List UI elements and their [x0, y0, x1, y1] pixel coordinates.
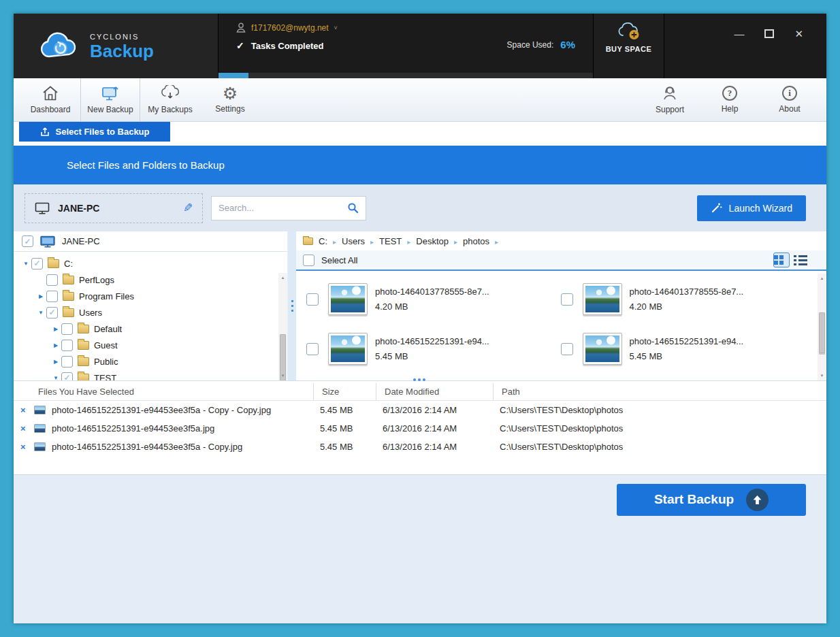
checkbox-annotation — [304, 341, 321, 357]
splitter-handle-icon[interactable] — [413, 378, 416, 381]
tree-item[interactable]: Public — [14, 353, 287, 370]
tree-checkbox[interactable] — [46, 274, 58, 286]
panel-splitter[interactable] — [287, 231, 296, 380]
remove-file-button[interactable]: × — [20, 405, 34, 415]
start-backup-button[interactable]: Start Backup — [617, 484, 806, 516]
expand-arrow-icon[interactable] — [50, 342, 61, 348]
folder-tree-panel: ✓ JANE-PC C: — [14, 231, 287, 380]
file-checkbox[interactable] — [306, 293, 319, 306]
account-menu[interactable]: f1717602@nwytg.net ˅ — [236, 22, 577, 33]
tree-checkbox[interactable] — [61, 340, 73, 351]
tree-root-label: JANE-PC — [62, 236, 100, 246]
breadcrumb-item[interactable]: C: — [319, 236, 342, 246]
list-view-button[interactable] — [794, 254, 807, 266]
root-checkbox[interactable]: ✓ — [22, 235, 33, 247]
breadcrumb-item[interactable]: Users — [342, 236, 379, 246]
nav-settings[interactable]: ⚙ Settings — [200, 78, 260, 121]
tree-item[interactable]: C: — [14, 255, 287, 272]
edit-name-icon[interactable]: ✎ — [183, 201, 193, 215]
file-item[interactable]: photo-1465152251391-e94... 5.45 MB — [302, 324, 556, 374]
tree-item[interactable]: TEST — [14, 370, 287, 380]
tree-item[interactable]: PerfLogs — [14, 272, 287, 288]
expand-arrow-icon[interactable] — [35, 310, 46, 316]
close-button[interactable]: ✕ — [794, 29, 803, 39]
file-item[interactable]: photo-1465152251391-e94... 5.45 MB — [556, 374, 811, 380]
space-progress-bar — [219, 73, 593, 78]
file-item[interactable]: photo-1465152251391-e94... 5.45 MB — [302, 374, 556, 380]
select-all-label: Select All — [321, 255, 357, 265]
tree-item[interactable]: Users — [14, 304, 287, 321]
tree-checkbox[interactable] — [61, 372, 73, 380]
nav-help[interactable]: ? Help — [700, 78, 760, 121]
file-checkbox[interactable] — [561, 293, 573, 306]
home-icon — [42, 85, 59, 101]
search-icon[interactable] — [347, 202, 359, 214]
scroll-up-icon[interactable]: ▲ — [278, 273, 287, 282]
column-date-modified[interactable]: Date Modified — [376, 383, 493, 400]
tree-checkbox[interactable] — [61, 356, 73, 368]
file-item[interactable]: photo-1464013778555-8e7... 4.20 MB — [556, 274, 811, 324]
select-all-checkbox[interactable] — [303, 255, 314, 266]
app-header: CYCLONIS Backup f1717602@nwytg.net ˅ ✓ T… — [14, 14, 826, 78]
cloud-download-icon — [161, 85, 180, 101]
expand-arrow-icon[interactable] — [50, 375, 61, 380]
select-all-row: Select All — [296, 250, 826, 271]
tree-checkbox[interactable] — [46, 307, 58, 318]
scroll-thumb[interactable] — [819, 312, 825, 353]
tree-item[interactable]: Default — [14, 321, 287, 337]
tree-root-jane-pc[interactable]: ✓ JANE-PC — [14, 231, 287, 252]
tab-select-files-to-backup[interactable]: Select Files to Backup — [19, 122, 170, 142]
files-scrollbar[interactable]: ▲ ▼ — [818, 274, 826, 380]
grid-view-button[interactable] — [773, 252, 790, 267]
launch-wizard-button[interactable]: Launch Wizard — [697, 195, 806, 221]
file-name: photo-1465152251391-e94... — [375, 336, 489, 346]
nav-my-backups[interactable]: My Backups — [140, 78, 200, 121]
search-box — [211, 196, 366, 220]
computer-name: JANE-PC — [58, 203, 99, 214]
maximize-button[interactable] — [764, 29, 774, 38]
tree-checkbox[interactable] — [61, 323, 73, 335]
expand-arrow-icon[interactable] — [50, 326, 61, 332]
file-checkbox[interactable] — [306, 343, 319, 355]
minimize-button[interactable]: — — [734, 29, 744, 39]
column-size[interactable]: Size — [313, 383, 376, 400]
expand-arrow-icon[interactable] — [20, 261, 31, 267]
scroll-down-icon[interactable]: ▼ — [278, 371, 287, 380]
tree-item[interactable]: Program Files — [14, 288, 287, 304]
nav-label: Support — [656, 105, 684, 114]
expand-arrow-icon[interactable] — [35, 293, 46, 299]
expand-arrow-icon[interactable] — [50, 359, 61, 365]
nav-about[interactable]: i About — [760, 78, 820, 121]
file-item[interactable]: photo-1464013778555-8e7... 4.20 MB — [302, 274, 556, 324]
chevron-down-icon: ˅ — [334, 24, 338, 31]
column-path[interactable]: Path — [493, 383, 826, 400]
tree-item[interactable]: Guest — [14, 337, 287, 353]
scroll-down-icon[interactable]: ▼ — [818, 371, 826, 380]
remove-file-button[interactable]: × — [20, 442, 34, 452]
nav-support[interactable]: Support — [640, 78, 700, 121]
selected-file-name: photo-1465152251391-e94453ee3f5a - Copy … — [52, 405, 320, 415]
tree-scrollbar[interactable]: ▲ ▼ — [278, 273, 287, 380]
breadcrumb-item[interactable]: photos — [463, 236, 504, 246]
tab-label: Select Files to Backup — [56, 127, 150, 137]
buy-space-button[interactable]: BUY SPACE — [594, 14, 664, 78]
folder-icon — [303, 238, 313, 245]
remove-file-button[interactable]: × — [20, 423, 34, 434]
checkbox-annotation — [559, 291, 575, 308]
column-files-selected[interactable]: Files You Have Selected — [14, 383, 313, 400]
search-input[interactable] — [219, 203, 347, 213]
breadcrumb-item[interactable]: TEST — [379, 236, 416, 246]
tree-checkbox[interactable] — [31, 258, 43, 270]
photo-image — [331, 286, 365, 312]
file-checkbox[interactable] — [561, 343, 573, 355]
upload-circle-icon — [746, 489, 769, 511]
photo-thumbnail — [583, 333, 622, 365]
nav-new-backup[interactable]: New Backup — [80, 78, 140, 121]
computer-name-box[interactable]: JANE-PC ✎ — [25, 193, 203, 223]
breadcrumb-item[interactable]: Desktop — [416, 236, 463, 246]
nav-dashboard[interactable]: Dashboard — [20, 78, 80, 121]
file-item[interactable]: photo-1465152251391-e94... 5.45 MB — [556, 324, 811, 374]
scroll-up-icon[interactable]: ▲ — [818, 274, 826, 283]
tree-checkbox[interactable] — [46, 291, 58, 302]
space-used: Space Used: 6% — [507, 39, 575, 50]
